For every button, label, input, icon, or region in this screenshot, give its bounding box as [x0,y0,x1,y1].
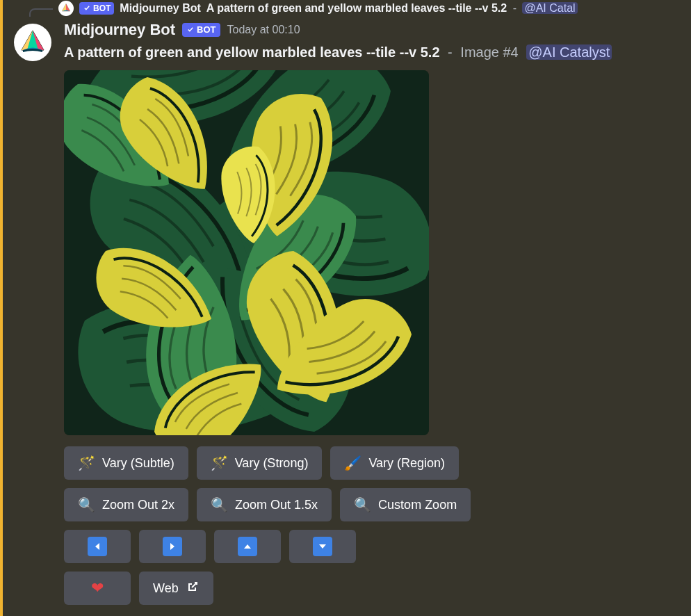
bot-badge-label: BOT [197,23,216,37]
reply-sep: - [510,2,519,14]
author-avatar[interactable] [14,24,51,61]
check-icon [186,26,195,34]
reply-prompt: A pattern of green and yellow marbled le… [206,2,507,14]
prompt-mention[interactable]: @AI Catalyst [526,44,612,60]
heart-button[interactable]: ❤ [64,572,131,605]
reply-mention[interactable]: @AI Catal [522,2,577,14]
prompt-text: A pattern of green and yellow marbled le… [64,44,440,60]
zoom-out-2x-icon: 🔍 [78,498,95,512]
pan-up-button[interactable] [214,530,281,563]
reply-content: A pattern of green and yellow marbled le… [206,2,578,15]
pan-left-button[interactable] [64,530,131,563]
generated-image[interactable] [64,70,429,435]
vary-strong-icon: 🪄 [211,456,228,470]
button-row-2: 🔍Zoom Out 2x🔍Zoom Out 1.5x🔍Custom Zoom [64,488,680,521]
prompt-sep: - [444,44,457,60]
vary-region-icon: 🖌️ [344,456,361,470]
image-suffix: Image #4 [460,44,518,60]
message-header: Midjourney Bot BOT Today at 00:10 [64,21,680,39]
button-label: Web [153,581,179,596]
arrow-down-icon [313,537,332,556]
heart-icon: ❤ [91,579,104,597]
message-content: A pattern of green and yellow marbled le… [64,43,680,62]
check-icon [83,4,91,13]
button-row-4: ❤Web [64,572,680,605]
zoom-out-1-5x-icon: 🔍 [211,498,228,512]
zoom-out-2x-button[interactable]: 🔍Zoom Out 2x [64,488,188,521]
message-timestamp: Today at 00:10 [227,24,300,36]
vary-subtle-button[interactable]: 🪄Vary (Subtle) [64,446,188,480]
arrow-right-icon [163,537,182,556]
button-label: Vary (Region) [368,456,445,471]
zoom-out-1-5x-button[interactable]: 🔍Zoom Out 1.5x [197,488,332,521]
external-link-icon [186,580,200,597]
bot-badge-label: BOT [93,1,111,15]
arrow-up-icon [238,537,257,556]
button-label: Zoom Out 2x [102,498,174,512]
button-label: Zoom Out 1.5x [235,498,318,512]
bot-badge: BOT [79,2,114,15]
reply-avatar [58,1,74,16]
button-label: Custom Zoom [378,498,457,512]
arrow-left-icon [88,537,107,556]
button-row-3 [64,530,680,563]
vary-subtle-icon: 🪄 [78,456,95,470]
reply-spine [29,8,53,17]
button-label: Vary (Subtle) [102,456,174,471]
reply-author: Midjourney Bot [120,2,200,15]
bot-badge: BOT [182,23,220,37]
vary-strong-button[interactable]: 🪄Vary (Strong) [197,446,323,480]
action-button-rows: 🪄Vary (Subtle)🪄Vary (Strong)🖌️Vary (Regi… [64,446,680,605]
message: Midjourney Bot BOT Today at 00:10 A patt… [3,21,691,605]
vary-region-button[interactable]: 🖌️Vary (Region) [330,446,459,480]
author-name[interactable]: Midjourney Bot [64,21,175,39]
pan-down-button[interactable] [289,530,356,563]
custom-zoom-icon: 🔍 [354,498,371,512]
button-label: Vary (Strong) [235,456,309,471]
reply-reference[interactable]: BOT Midjourney Bot A pattern of green an… [3,0,691,17]
web-button[interactable]: Web [139,572,213,605]
custom-zoom-button[interactable]: 🔍Custom Zoom [340,488,471,521]
pan-right-button[interactable] [139,530,206,563]
button-row-1: 🪄Vary (Subtle)🪄Vary (Strong)🖌️Vary (Regi… [64,446,680,480]
